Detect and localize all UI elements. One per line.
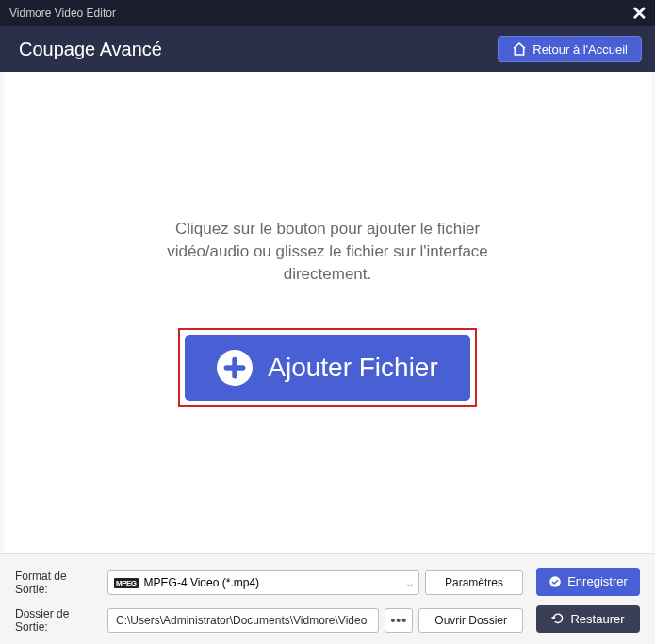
- format-badge-icon: MPEG: [114, 578, 139, 588]
- save-button[interactable]: Enregistrer: [536, 568, 640, 596]
- main-area: Cliquez sur le bouton pour ajouter le fi…: [0, 72, 655, 553]
- footer: Format de Sortie: MPEG MPEG-4 Video (*.m…: [0, 553, 655, 644]
- add-file-label: Ajouter Fichier: [268, 353, 438, 383]
- header: Coupage Avancé Retour à l'Accueil: [0, 26, 655, 72]
- format-select[interactable]: MPEG MPEG-4 Video (*.mp4) ⌵: [107, 570, 419, 595]
- home-button[interactable]: Retour à l'Accueil: [498, 36, 642, 62]
- settings-button[interactable]: Paramètres: [425, 570, 523, 595]
- page-title: Coupage Avancé: [19, 39, 162, 60]
- open-folder-button[interactable]: Ouvrir Dossier: [418, 608, 523, 633]
- app-name: Vidmore Video Editor: [9, 7, 116, 20]
- home-icon: [512, 41, 527, 57]
- save-button-label: Enregistrer: [567, 574, 628, 588]
- output-folder-input[interactable]: [107, 608, 379, 633]
- restore-icon: [551, 612, 565, 625]
- plus-icon: [217, 350, 253, 386]
- svg-point-0: [549, 576, 561, 587]
- browse-button[interactable]: •••: [385, 608, 413, 633]
- folder-label: Dossier de Sortie:: [15, 607, 102, 634]
- add-file-button[interactable]: Ajouter Fichier: [185, 335, 470, 401]
- titlebar: Vidmore Video Editor ✕: [0, 0, 655, 26]
- drop-hint: Cliquez sur le bouton pour ajouter le fi…: [139, 218, 516, 285]
- close-icon[interactable]: ✕: [631, 4, 647, 23]
- restore-button-label: Restaurer: [570, 612, 624, 626]
- format-label: Format de Sortie:: [15, 570, 102, 596]
- home-button-label: Retour à l'Accueil: [532, 42, 628, 57]
- restore-button[interactable]: Restaurer: [536, 605, 640, 634]
- chevron-down-icon: ⌵: [407, 578, 413, 588]
- format-value: MPEG-4 Video (*.mp4): [144, 576, 260, 589]
- add-file-highlight: Ajouter Fichier: [178, 328, 477, 407]
- check-icon: [549, 575, 562, 588]
